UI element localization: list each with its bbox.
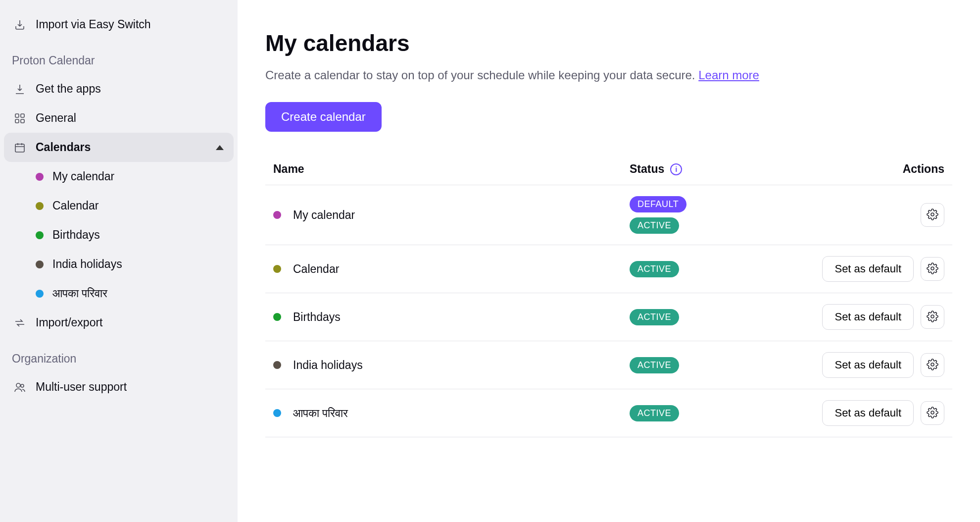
badge-active: ACTIVE: [630, 217, 679, 234]
settings-button[interactable]: [921, 257, 944, 281]
sidebar-calendar-item[interactable]: India holidays: [36, 250, 238, 279]
sidebar-calendar-list: My calendarCalendarBirthdaysIndia holida…: [0, 162, 238, 308]
svg-rect-2: [15, 119, 19, 123]
calendar-color-dot: [273, 409, 281, 417]
svg-rect-4: [15, 144, 24, 152]
calendar-color-dot: [273, 211, 281, 219]
sidebar-section-app: Proton Calendar: [0, 39, 238, 74]
badge-active: ACTIVE: [630, 405, 679, 421]
badge-default: DEFAULT: [630, 196, 686, 212]
gear-icon: [927, 407, 938, 420]
badge-active: ACTIVE: [630, 309, 679, 325]
settings-button[interactable]: [921, 305, 944, 329]
set-default-button[interactable]: Set as default: [822, 400, 914, 426]
users-icon: [14, 381, 26, 393]
page-title: My calendars: [265, 30, 952, 56]
page-description: Create a calendar to stay on top of your…: [265, 66, 859, 84]
sidebar-item-label: Get the apps: [36, 82, 101, 96]
svg-point-5: [16, 383, 20, 387]
sidebar-item-label: Multi-user support: [36, 380, 127, 394]
calendar-icon: [14, 142, 26, 154]
sidebar-section-org: Organization: [0, 337, 238, 372]
table-body: My calendarDEFAULTACTIVECalendarACTIVESe…: [265, 185, 952, 437]
calendar-color-dot: [36, 231, 44, 239]
calendar-color-dot: [273, 313, 281, 321]
sidebar-calendar-item[interactable]: My calendar: [36, 162, 238, 191]
download-icon: [14, 83, 26, 95]
gear-icon: [927, 209, 938, 222]
sidebar: Import via Easy Switch Proton Calendar G…: [0, 0, 238, 522]
learn-more-link[interactable]: Learn more: [698, 68, 759, 82]
sidebar-item-general[interactable]: General: [0, 104, 238, 133]
col-status-header: Status: [630, 162, 664, 176]
sidebar-item-calendars[interactable]: Calendars: [4, 133, 234, 162]
sidebar-calendar-item[interactable]: Birthdays: [36, 220, 238, 250]
svg-point-11: [931, 411, 934, 414]
col-actions-header: Actions: [903, 162, 944, 176]
sidebar-calendar-item[interactable]: आपका परिवार: [36, 279, 238, 308]
svg-point-9: [931, 315, 934, 318]
svg-rect-1: [21, 114, 24, 117]
table-row: CalendarACTIVESet as default: [265, 245, 952, 293]
calendar-color-dot: [36, 261, 44, 268]
sidebar-item-get-apps[interactable]: Get the apps: [0, 74, 238, 104]
sidebar-calendar-label: Birthdays: [52, 228, 100, 242]
table-row: My calendarDEFAULTACTIVE: [265, 185, 952, 245]
transfer-icon: [14, 317, 26, 329]
sidebar-calendar-label: My calendar: [52, 170, 114, 183]
sidebar-item-multi-user[interactable]: Multi-user support: [0, 372, 238, 402]
calendars-table: Name Status i Actions My calendarDEFAULT…: [265, 154, 952, 437]
import-icon: [14, 19, 26, 31]
sidebar-item-label: Import via Easy Switch: [36, 18, 151, 31]
calendar-color-dot: [273, 361, 281, 369]
svg-point-8: [931, 267, 934, 270]
gear-icon: [927, 262, 938, 276]
sidebar-item-label: Import/export: [36, 316, 103, 329]
set-default-button[interactable]: Set as default: [822, 256, 914, 282]
calendar-name: Birthdays: [293, 311, 341, 324]
sidebar-item-label: General: [36, 111, 76, 125]
svg-point-7: [931, 213, 934, 216]
badge-active: ACTIVE: [630, 261, 679, 277]
calendar-color-dot: [273, 265, 281, 273]
calendar-name: Calendar: [293, 262, 339, 276]
chevron-up-icon: [216, 145, 224, 150]
calendar-color-dot: [36, 290, 44, 298]
svg-rect-3: [21, 119, 24, 123]
table-row: BirthdaysACTIVESet as default: [265, 293, 952, 341]
grid-icon: [14, 112, 26, 124]
svg-point-10: [931, 363, 934, 366]
settings-button[interactable]: [921, 203, 944, 227]
sidebar-item-label: Calendars: [36, 141, 91, 154]
gear-icon: [927, 311, 938, 324]
settings-button[interactable]: [921, 401, 944, 425]
svg-rect-0: [15, 114, 19, 117]
gear-icon: [927, 359, 938, 372]
calendar-name: आपका परिवार: [293, 407, 348, 420]
calendar-color-dot: [36, 202, 44, 210]
col-name-header: Name: [273, 162, 304, 176]
set-default-button[interactable]: Set as default: [822, 304, 914, 330]
set-default-button[interactable]: Set as default: [822, 352, 914, 378]
calendar-color-dot: [36, 173, 44, 181]
info-icon[interactable]: i: [670, 163, 682, 175]
create-calendar-button[interactable]: Create calendar: [265, 102, 382, 132]
table-row: India holidaysACTIVESet as default: [265, 341, 952, 389]
main-content: My calendars Create a calendar to stay o…: [238, 0, 980, 522]
badge-active: ACTIVE: [630, 357, 679, 373]
sidebar-calendar-item[interactable]: Calendar: [36, 191, 238, 220]
settings-button[interactable]: [921, 353, 944, 377]
sidebar-item-import-export[interactable]: Import/export: [0, 308, 238, 337]
sidebar-calendar-label: Calendar: [52, 199, 98, 212]
sidebar-calendar-label: आपका परिवार: [52, 287, 107, 300]
table-header: Name Status i Actions: [265, 154, 952, 185]
table-row: आपका परिवारACTIVESet as default: [265, 389, 952, 437]
calendar-name: My calendar: [293, 209, 355, 222]
svg-point-6: [21, 384, 24, 387]
sidebar-calendar-label: India holidays: [52, 258, 122, 271]
calendar-name: India holidays: [293, 359, 363, 372]
sidebar-item-import-switch[interactable]: Import via Easy Switch: [0, 10, 238, 39]
